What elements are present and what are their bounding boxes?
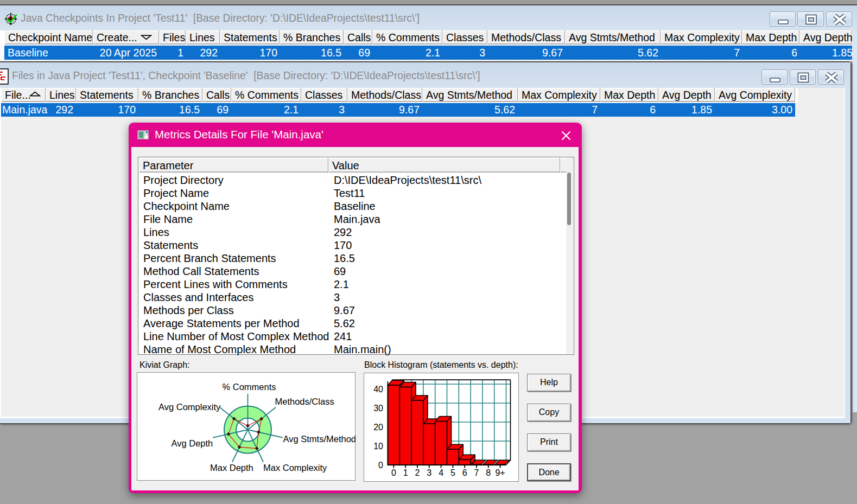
svg-text:1: 1 (403, 468, 408, 477)
svg-text:20: 20 (373, 423, 383, 432)
svg-text:2: 2 (415, 468, 420, 477)
svg-text:4: 4 (439, 468, 443, 477)
svg-text:40: 40 (373, 385, 383, 394)
svg-text:8: 8 (486, 468, 491, 477)
svg-text:% Comments: % Comments (222, 382, 276, 392)
svg-text:9+: 9+ (495, 468, 505, 477)
svg-text:Avg Complexity: Avg Complexity (158, 402, 221, 412)
svg-text:0: 0 (378, 461, 383, 470)
svg-text:Avg Depth: Avg Depth (172, 438, 213, 448)
svg-text:6: 6 (462, 468, 467, 477)
svg-text:5: 5 (450, 468, 455, 477)
svg-text:10: 10 (373, 442, 383, 451)
svg-text:Avg Stmts/Method: Avg Stmts/Method (283, 434, 356, 444)
svg-text:Max Depth: Max Depth (210, 463, 253, 473)
svg-text:0: 0 (391, 468, 396, 477)
svg-text:3: 3 (427, 468, 431, 477)
svg-text:30: 30 (373, 404, 383, 413)
svg-text:Methods/Class: Methods/Class (275, 397, 334, 406)
svg-text:7: 7 (474, 468, 479, 477)
svg-text:Max Complexity: Max Complexity (263, 463, 327, 473)
